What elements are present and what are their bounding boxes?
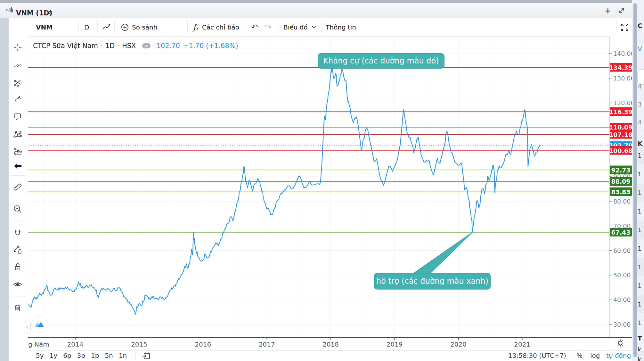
support-annotation-tail xyxy=(413,232,473,273)
trading-terminal: ‹ VNM (1D) ✕ + VNM D So sánh xyxy=(0,0,644,361)
legend-price: 102.70 xyxy=(156,42,180,50)
symbol-name: CTCP Sữa Việt Nam xyxy=(33,42,98,50)
hide-series-button[interactable] xyxy=(142,43,151,48)
legend-interval: 1D xyxy=(105,42,115,50)
broker-logo xyxy=(31,316,47,332)
legend-exchange: HSX xyxy=(122,42,136,50)
resistance-annotation[interactable]: Kháng cự (các đường màu đỏ) xyxy=(318,53,444,69)
sidebar-collapse-button[interactable]: ‹ xyxy=(24,321,31,333)
legend-change: +1.70 (+1.68%) xyxy=(183,42,238,50)
support-annotation[interactable]: hỗ trợ (các đường màu xanh) xyxy=(374,273,491,290)
mountain-logo-icon xyxy=(34,319,45,329)
chart-legend[interactable]: CTCP Sữa Việt Nam · 1D · HSX 102.70 +1.7… xyxy=(33,41,238,50)
